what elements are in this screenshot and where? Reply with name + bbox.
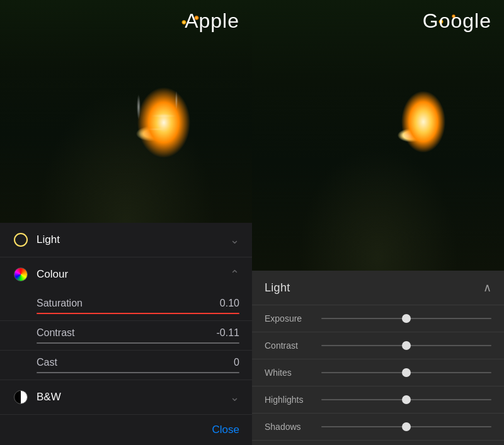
contrast-label: Contrast (37, 327, 74, 339)
contrast-slider[interactable] (37, 342, 239, 344)
whites-slider[interactable] (321, 372, 491, 373)
cast-control: Cast 0 (0, 351, 252, 380)
whites-thumb[interactable] (402, 368, 411, 377)
apple-label: Apple (185, 9, 239, 33)
google-photo (252, 0, 504, 271)
exposure-slider[interactable] (321, 318, 491, 319)
light-chevron-icon: ⌄ (230, 233, 239, 247)
shadows-label: Shadows (265, 422, 321, 432)
color-circle-icon (13, 266, 29, 283)
bw-control-row[interactable]: B&W ⌄ (0, 380, 252, 415)
google-photo-area: Google (252, 0, 504, 271)
colour-control-row[interactable]: Colour ⌃ (0, 257, 252, 291)
bw-label: B&W (37, 391, 230, 403)
saturation-control: Saturation 0.10 (0, 291, 252, 321)
exposure-slider-row: Exposure (252, 305, 504, 332)
google-contrast-label: Contrast (265, 341, 321, 351)
highlights-slider[interactable] (321, 399, 491, 400)
whites-slider-row: Whites (252, 359, 504, 386)
saturation-value: 0.10 (220, 298, 239, 309)
light-section-header[interactable]: Light ∧ (252, 271, 504, 305)
shadows-thumb[interactable] (402, 422, 411, 431)
whites-label: Whites (265, 368, 321, 378)
light-label: Light (37, 234, 230, 246)
saturation-slider[interactable] (37, 313, 239, 314)
contrast-control: Contrast -0.11 (0, 321, 252, 351)
bw-chevron-icon: ⌄ (230, 390, 239, 404)
contrast-value: -0.11 (217, 327, 239, 339)
colour-chevron-icon: ⌃ (230, 268, 239, 281)
shadows-slider[interactable] (321, 426, 491, 427)
colour-label: Colour (37, 268, 230, 281)
sun-icon (13, 232, 29, 248)
close-button[interactable]: Close (212, 424, 239, 436)
contrast-slider-row: Contrast (252, 332, 504, 359)
bw-icon (13, 389, 29, 405)
highlights-label: Highlights (265, 395, 321, 405)
light-control-row[interactable]: Light ⌄ (0, 223, 252, 257)
highlights-slider-row: Highlights (252, 386, 504, 414)
google-panel: Google Light ∧ Exposure Contrast Whites (252, 0, 504, 445)
apple-panel: Apple Light ⌄ Colour ⌃ Saturation 0.10 (0, 0, 252, 445)
apple-photo (0, 0, 252, 223)
close-bar: Close (0, 415, 252, 445)
cast-label: Cast (37, 357, 57, 368)
cast-slider[interactable] (37, 372, 239, 373)
google-contrast-slider[interactable] (321, 345, 491, 346)
shadows-slider-row: Shadows (252, 414, 504, 441)
highlights-thumb[interactable] (402, 395, 411, 404)
google-controls: Light ∧ Exposure Contrast Whites High (252, 271, 504, 445)
cast-value: 0 (234, 357, 239, 368)
exposure-thumb[interactable] (402, 314, 411, 323)
saturation-label: Saturation (37, 298, 83, 309)
apple-photo-area: Apple (0, 0, 252, 223)
google-light-chevron-icon: ∧ (483, 281, 491, 295)
google-label: Google (423, 9, 491, 33)
google-light-title: Light (265, 281, 290, 295)
exposure-label: Exposure (265, 313, 321, 324)
apple-controls: Light ⌄ Colour ⌃ Saturation 0.10 Contras… (0, 223, 252, 445)
contrast-thumb[interactable] (402, 341, 411, 350)
